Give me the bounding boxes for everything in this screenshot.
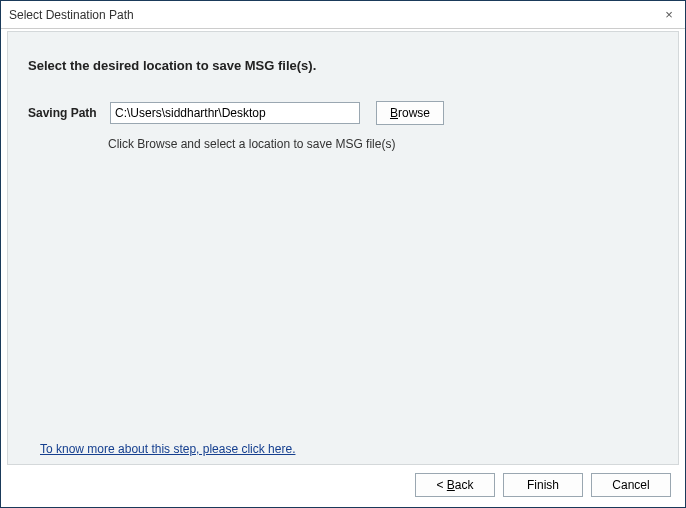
back-button[interactable]: < Back — [415, 473, 495, 497]
back-prefix: < — [436, 478, 446, 492]
help-link-row: To know more about this step, please cli… — [40, 442, 295, 456]
cancel-button[interactable]: Cancel — [591, 473, 671, 497]
saving-path-row: Saving Path Browse — [28, 101, 658, 125]
back-mnemonic: B — [447, 478, 455, 492]
saving-path-label: Saving Path — [28, 106, 110, 120]
body-area: Select the desired location to save MSG … — [1, 29, 685, 507]
hint-text: Click Browse and select a location to sa… — [108, 137, 658, 151]
window-title: Select Destination Path — [9, 8, 134, 22]
dialog-window: Select Destination Path × Select the des… — [0, 0, 686, 508]
titlebar: Select Destination Path × — [1, 1, 685, 29]
browse-rest: rowse — [398, 106, 430, 120]
browse-button[interactable]: Browse — [376, 101, 444, 125]
back-rest: ack — [455, 478, 474, 492]
instruction-text: Select the desired location to save MSG … — [28, 58, 658, 73]
footer: < Back Finish Cancel — [1, 469, 685, 507]
saving-path-input[interactable] — [110, 102, 360, 124]
close-icon[interactable]: × — [661, 7, 677, 23]
help-link[interactable]: To know more about this step, please cli… — [40, 442, 295, 456]
content-panel: Select the desired location to save MSG … — [7, 31, 679, 465]
browse-mnemonic: B — [390, 106, 398, 120]
finish-button[interactable]: Finish — [503, 473, 583, 497]
